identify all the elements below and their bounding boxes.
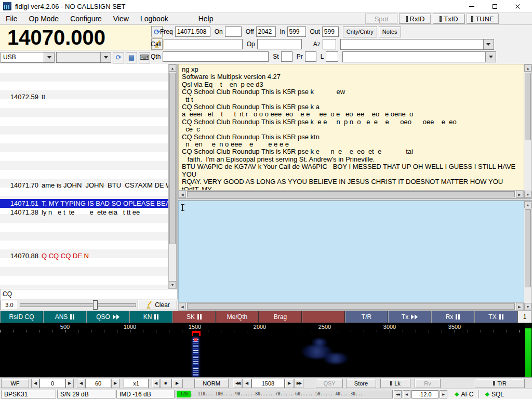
scroll-down-icon[interactable]: ▼ — [169, 281, 176, 288]
wf-mode-button[interactable]: WF — [1, 379, 29, 388]
tx-scrollbar[interactable]: ▲ ▼ — [524, 201, 532, 311]
combo-arrow-button[interactable] — [44, 52, 54, 62]
menu-configure[interactable]: Configure — [64, 13, 108, 24]
rst-in-field[interactable] — [287, 26, 306, 37]
keyboard-button[interactable]: ⌨ — [139, 52, 150, 63]
signal-trace[interactable] — [193, 338, 198, 377]
macro-brag[interactable]: Brag — [259, 311, 302, 323]
scroll-down-icon[interactable]: ▼ — [524, 303, 531, 310]
wf-stop-button[interactable]: ■ — [160, 379, 171, 388]
macro-kn[interactable]: KN — [129, 311, 172, 323]
scroll-left-icon[interactable]: ◀ — [179, 303, 186, 310]
tr-button[interactable]: T/R — [475, 379, 525, 388]
upper-signal-value[interactable]: 0 — [39, 379, 65, 388]
browser-seek-field[interactable]: CQ — [0, 289, 178, 299]
notes-combo[interactable] — [342, 51, 496, 62]
shift-left-button[interactable]: ◀ — [152, 379, 160, 388]
rx-panel[interactable]: ng xp Software is Multipsk version 4.27 … — [178, 64, 532, 198]
psk-browser[interactable]: 14072.59 tt 14071.70 ame is JOHN JOHN BT… — [0, 64, 178, 289]
scroll-right-icon[interactable]: ▶ — [516, 191, 523, 198]
seek-right-fast-button[interactable]: ▶▶ — [294, 379, 303, 388]
seek-left-fast-button[interactable]: ◀◀ — [233, 379, 242, 388]
range-decrease-button[interactable]: ◀ — [77, 379, 85, 388]
macro-editor-button[interactable]: ▤ — [126, 52, 137, 63]
scroll-left-icon[interactable]: ◀ — [179, 191, 186, 198]
seek-right-button[interactable]: ▶ — [285, 379, 294, 388]
maximize-button[interactable] — [483, 0, 506, 12]
state-field[interactable] — [281, 51, 292, 62]
menu-view[interactable]: View — [108, 13, 135, 24]
macro-me-qth[interactable]: Me/Qth — [216, 311, 259, 323]
seek-left-button[interactable]: ◀ — [242, 379, 251, 388]
scroll-right-icon[interactable]: ▶ — [516, 303, 523, 310]
combo-arrow-button[interactable] — [485, 52, 496, 62]
notes-tab[interactable]: Notes — [379, 26, 401, 37]
scroll-up-icon[interactable]: ▲ — [169, 64, 176, 72]
browser-channel-alert[interactable]: 14070.88 Q CQ CQ DE N — [0, 251, 169, 260]
mode-status-button[interactable]: BPSK31 — [1, 390, 56, 398]
range-value[interactable]: 60 — [85, 379, 111, 388]
slider-handle[interactable] — [93, 300, 98, 310]
txid-button[interactable]: TxID — [433, 14, 465, 24]
tune-button[interactable]: TUNE — [467, 14, 499, 24]
audio-frequency-value[interactable]: 1508 — [251, 379, 285, 388]
macro-tr[interactable]: T/R — [345, 311, 388, 323]
browser-scrollbar[interactable]: ▲ ▼ — [168, 64, 177, 289]
scroll-down-icon[interactable]: ▼ — [524, 191, 531, 198]
browser-channel[interactable]: 14071.70 ame is JOHN JOHN BTU CS7AXM DE … — [0, 181, 169, 190]
scroll-up-icon[interactable]: ▲ — [524, 64, 531, 72]
macro-tx[interactable]: Tx — [388, 311, 431, 323]
rst-out-field[interactable] — [322, 26, 339, 37]
rxid-button[interactable]: RxID — [399, 14, 431, 24]
wf-speed-button[interactable]: NORM — [194, 379, 229, 388]
lock-button[interactable]: Lk — [380, 379, 410, 388]
macro-rsid-cq[interactable]: RsID CQ — [0, 311, 43, 323]
tx-h-scrollbar[interactable]: ◀ ▶ — [178, 302, 524, 311]
squelch-level-value[interactable]: -12.0 — [411, 390, 438, 398]
squelch-increase-button[interactable]: ▶ — [440, 390, 447, 398]
store-button[interactable]: Store — [346, 379, 376, 388]
waterfall-display[interactable] — [0, 332, 525, 377]
macro-tx2[interactable]: TX — [474, 311, 517, 323]
scrollbar-thumb[interactable] — [187, 191, 515, 197]
macro-empty[interactable] — [302, 311, 345, 323]
cnty-cntry-tab[interactable]: Cnty/Cntry — [343, 26, 377, 37]
scrollbar-thumb[interactable] — [169, 73, 176, 244]
frequency-display[interactable]: 14070.000 — [7, 26, 105, 49]
menu-op-mode[interactable]: Op Mode — [23, 13, 65, 24]
minimize-button[interactable] — [460, 0, 483, 12]
browser-channel-selected[interactable]: 14071.51 T. MY TYPING IS BAD SO OPLEASE … — [0, 199, 169, 208]
range-increase-button[interactable]: ▶ — [111, 379, 119, 388]
locator-field[interactable] — [326, 51, 338, 62]
tx-panel[interactable]: ▲ ▼ ◀ ▶ — [178, 201, 532, 311]
menu-file[interactable]: File — [0, 13, 23, 24]
squelch-decrease-button[interactable]: ◀ — [403, 390, 410, 398]
zoom-button[interactable]: x1 — [124, 379, 149, 388]
browser-channel[interactable]: 14071.38 ly n e t te e ete eia t tt ee — [0, 208, 169, 217]
browser-channel[interactable]: 14072.59 tt — [0, 92, 169, 101]
afc-toggle[interactable]: ◆ AFC — [453, 391, 475, 398]
combo-arrow-button[interactable] — [100, 52, 111, 62]
close-button[interactable] — [506, 0, 529, 12]
menu-logbook[interactable]: Logbook — [135, 13, 174, 24]
province-field[interactable] — [305, 51, 316, 62]
macro-sk[interactable]: SK — [172, 311, 216, 323]
country-combo[interactable] — [340, 39, 494, 50]
wf-run-button[interactable]: ▶ — [171, 379, 183, 388]
squelch-value[interactable]: 3.0 — [1, 300, 18, 310]
freq-field[interactable] — [175, 26, 210, 37]
scroll-up-icon[interactable]: ▲ — [524, 201, 531, 208]
waterfall-widget[interactable]: 500 1000 1500 2000 2500 3000 3500 — [0, 323, 532, 377]
squelch-slider[interactable] — [20, 300, 136, 310]
qth-field[interactable] — [163, 51, 269, 62]
sql-toggle[interactable]: ◆ SQL — [483, 391, 506, 398]
scrollbar-thumb[interactable] — [525, 73, 531, 140]
rig-mode-combo[interactable]: USB — [1, 52, 55, 63]
scrollbar-thumb[interactable] — [525, 209, 531, 287]
call-field[interactable] — [164, 39, 243, 49]
refresh-button[interactable]: ⟳ — [113, 52, 124, 63]
rx-scrollbar[interactable]: ▲ ▼ — [524, 64, 532, 198]
bandwidth-combo[interactable] — [56, 52, 111, 63]
az-field[interactable] — [323, 39, 336, 49]
browser-clear-button[interactable]: Clear — [138, 300, 177, 310]
